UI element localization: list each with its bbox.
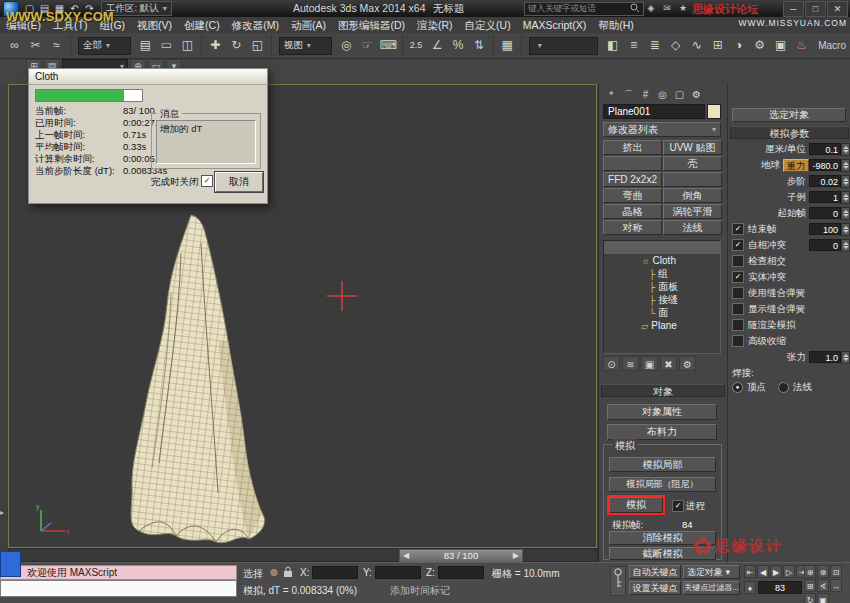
reference-coordinate-dropdown[interactable]: 视图 ▾ (279, 37, 332, 55)
isolate-selection-icon[interactable]: ◍ (268, 566, 280, 578)
time-slider-handle[interactable]: ◀ 83 / 100 ▶ (399, 549, 523, 563)
time-tag-field[interactable]: 添加时间标记 (390, 584, 450, 598)
snaps-toggle-icon[interactable]: 2.5 (406, 35, 427, 56)
gravity-field[interactable]: -980.0 (809, 159, 841, 171)
zoom-extents-all-icon[interactable]: ⊞ (804, 579, 816, 592)
selection-set-dropdown[interactable]: 选定对象 ▾ (683, 565, 740, 579)
set-key-mode-button[interactable] (610, 566, 626, 596)
play-animation-icon[interactable]: ▶ (770, 565, 782, 578)
time-slider-track[interactable]: ◀ 83 / 100 ▶ (8, 548, 598, 562)
goto-start-icon[interactable]: ⇤ (744, 565, 756, 578)
select-and-link-icon[interactable]: ∞ (4, 35, 25, 56)
selected-object-header[interactable]: 选定对象 (732, 108, 846, 122)
align-icon[interactable]: ≡ (623, 35, 644, 56)
communication-center-icon[interactable]: ✉ (660, 1, 674, 15)
layer-manager-icon[interactable]: ≣ (644, 35, 665, 56)
menu-item[interactable]: 自定义(U) (459, 17, 517, 33)
subsample-field[interactable]: 1 (809, 191, 841, 203)
self-collision-checkbox[interactable]: ✓ (732, 239, 744, 251)
close-button[interactable]: ✕ (827, 1, 848, 17)
auto-key-button[interactable]: 自动关键点 (629, 565, 681, 579)
simulation-parameters-rollout[interactable]: 模拟参数 (730, 126, 849, 139)
use-sewing-springs-checkbox[interactable] (732, 287, 744, 299)
bind-to-space-warp-icon[interactable]: ≈ (46, 35, 67, 56)
percent-snap-icon[interactable]: % (448, 35, 469, 56)
pin-stack-icon[interactable]: ⊙ (603, 356, 620, 371)
sign-in-icon[interactable]: ◈ (644, 1, 658, 15)
material-editor-icon[interactable]: ◑ (728, 35, 749, 56)
simulate-local-button[interactable]: 模拟局部 (609, 457, 716, 472)
spinner[interactable] (841, 143, 850, 156)
set-key-button[interactable]: 设置关键点 (629, 581, 681, 595)
menu-item[interactable]: 帮助(H) (592, 17, 640, 33)
modifier-preset-button[interactable]: 晶格 (603, 204, 662, 219)
end-frame-field[interactable]: 100 (809, 223, 841, 235)
maximize-viewport-toggle-icon[interactable]: ▣ (817, 593, 829, 603)
step-field[interactable]: 0.02 (809, 175, 841, 187)
use-pivot-point-center-icon[interactable]: ◎ (336, 35, 357, 56)
expand-arrow-icon[interactable]: ▸ (0, 508, 4, 517)
modifier-preset-button[interactable]: 对称 (603, 220, 662, 235)
modifier-preset-button[interactable]: 法线 (663, 220, 722, 235)
y-coordinate-field[interactable] (375, 566, 421, 579)
mirror-icon[interactable]: ◧ (602, 35, 623, 56)
key-mode-toggle-icon[interactable]: ♦ (744, 581, 756, 594)
select-and-rotate-icon[interactable]: ↻ (226, 35, 247, 56)
spinner[interactable] (841, 159, 850, 172)
selection-filter-dropdown[interactable]: 全部 ▾ (78, 37, 131, 55)
macro-recorder-pane[interactable]: 欢迎使用 MAXScript (0, 565, 237, 580)
x-coordinate-field[interactable] (312, 566, 358, 579)
modifier-preset-button[interactable]: 壳 (663, 156, 722, 171)
spinner[interactable] (841, 351, 850, 364)
menu-item[interactable]: 渲染(R) (411, 17, 459, 33)
object-properties-button[interactable]: 对象属性 (607, 404, 717, 420)
modifier-preset-button[interactable]: 弯曲 (603, 188, 662, 203)
modifier-preset-button[interactable]: 倒角 (663, 188, 722, 203)
start-frame-field[interactable]: 0 (809, 207, 841, 219)
modifier-preset-button[interactable] (603, 156, 662, 171)
spinner[interactable] (841, 207, 850, 220)
rectangular-selection-region-icon[interactable]: ▭ (156, 35, 177, 56)
object-color-swatch[interactable] (707, 104, 721, 119)
spinner[interactable] (841, 175, 850, 188)
schematic-view-icon[interactable]: ⊞ (707, 35, 728, 56)
simulate-local-damped-button[interactable]: 模拟局部（阻尼） (609, 477, 716, 492)
rendered-frame-window-icon[interactable]: ▣ (770, 35, 791, 56)
current-frame-field[interactable]: 83 (758, 581, 802, 594)
end-frame-checkbox[interactable]: ✓ (732, 223, 744, 235)
window-crossing-icon[interactable]: ◫ (177, 35, 198, 56)
make-unique-icon[interactable]: ▣ (641, 356, 658, 371)
self-collision-field[interactable]: 0 (809, 239, 841, 251)
angle-snap-icon[interactable]: ∠ (427, 35, 448, 56)
zoom-extents-icon[interactable]: ⊡ (830, 565, 842, 578)
show-sewing-springs-checkbox[interactable] (732, 303, 744, 315)
select-by-name-icon[interactable]: ▤ (135, 35, 156, 56)
spinner[interactable] (841, 191, 850, 204)
favorites-icon[interactable]: ★ (676, 1, 690, 15)
advanced-pinching-checkbox[interactable] (732, 335, 744, 347)
object-rollout-header[interactable]: 对象 (601, 384, 725, 397)
maxscript-listener-pane[interactable] (0, 580, 237, 597)
progress-checkbox[interactable]: ✓ (672, 500, 684, 512)
curve-editor-icon[interactable]: ∿ (686, 35, 707, 56)
check-intersections-checkbox[interactable] (732, 255, 744, 267)
modify-tab-icon[interactable]: ⌒ (620, 87, 637, 102)
solid-collision-checkbox[interactable]: ✓ (732, 271, 744, 283)
select-and-move-icon[interactable]: ✚ (205, 35, 226, 56)
infocenter-search[interactable]: 键入关键字或短语 (524, 2, 644, 16)
menu-item[interactable]: 图形编辑器(D) (332, 17, 411, 33)
named-selection-dropdown[interactable]: ▾ (529, 37, 599, 55)
previous-frame-arrow-icon[interactable]: ◀ (403, 550, 409, 562)
cm-per-unit-field[interactable]: 0.1 (809, 143, 841, 155)
select-and-scale-icon[interactable]: ◱ (247, 35, 268, 56)
close-when-done-checkbox[interactable]: ✓ (201, 175, 213, 187)
modifier-preset-button[interactable]: UVW 贴图 (663, 140, 722, 155)
pan-view-icon[interactable]: ↔ (830, 579, 842, 592)
modifier-stack-item[interactable]: ☼Cloth (604, 241, 720, 254)
edit-named-selection-sets-icon[interactable]: ▦ (497, 35, 518, 56)
weld-normal-radio[interactable] (778, 382, 789, 393)
menu-item[interactable]: 动画(A) (285, 17, 332, 33)
render-production-icon[interactable]: ♨ (791, 35, 812, 56)
keyboard-shortcut-override-icon[interactable]: ⌨ (378, 35, 399, 56)
modifier-preset-button[interactable]: 挤出 (603, 140, 662, 155)
